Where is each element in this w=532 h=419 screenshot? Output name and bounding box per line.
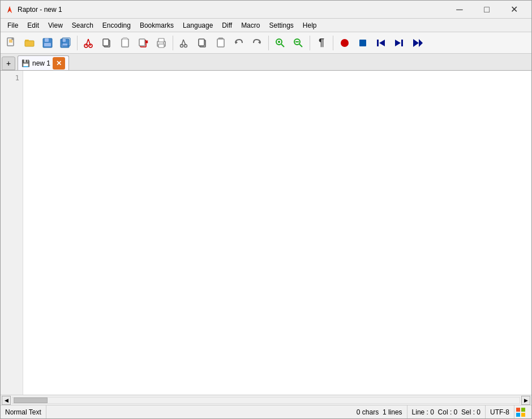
menu-diff[interactable]: Diff	[217, 20, 237, 31]
undo-button[interactable]	[230, 34, 247, 51]
line-number-1: 1	[1, 73, 19, 83]
menu-search[interactable]: Search	[67, 20, 98, 31]
maximize-button[interactable]: □	[474, 2, 500, 18]
window-title: Raptor - new 1	[18, 6, 447, 14]
svg-rect-60	[521, 413, 525, 417]
svg-rect-50	[359, 40, 366, 46]
status-encoding: UTF-8	[486, 405, 514, 418]
svg-rect-25	[139, 39, 145, 46]
svg-marker-56	[419, 39, 423, 47]
separator-1	[77, 36, 78, 50]
svg-marker-52	[379, 40, 385, 46]
macro-next-button[interactable]	[391, 34, 407, 51]
window-controls: ─ □ ✕	[447, 2, 527, 18]
svg-marker-54	[395, 40, 401, 46]
redo-button[interactable]	[248, 34, 265, 51]
minimize-button[interactable]: ─	[447, 2, 473, 18]
menu-bookmarks[interactable]: Bookmarks	[135, 20, 178, 31]
scissors-button[interactable]	[176, 34, 193, 51]
tab-icon: 💾	[22, 59, 30, 67]
add-tab-button[interactable]: +	[2, 57, 15, 70]
menu-settings[interactable]: Settings	[264, 20, 298, 31]
pilcrow-button[interactable]: ¶	[313, 34, 330, 51]
editor-area[interactable]	[23, 71, 531, 395]
svg-line-43	[281, 44, 284, 47]
record-button[interactable]	[336, 34, 353, 51]
svg-rect-9	[45, 38, 49, 42]
delete-button[interactable]	[135, 34, 152, 51]
scroll-left-arrow[interactable]: ◀	[2, 396, 11, 405]
svg-rect-23	[123, 38, 127, 40]
separator-3	[268, 36, 269, 50]
line-numbers: 1	[1, 71, 23, 395]
toolbar: ¶	[1, 32, 531, 54]
paste2-button[interactable]	[212, 34, 229, 51]
separator-5	[333, 36, 333, 50]
paste-button[interactable]	[117, 34, 134, 51]
scroll-thumb[interactable]	[14, 398, 48, 403]
editor-textarea[interactable]	[23, 71, 531, 395]
save-button[interactable]	[39, 34, 56, 51]
windows-icon	[514, 406, 527, 418]
copy2-button[interactable]	[194, 34, 211, 51]
svg-rect-30	[158, 44, 164, 47]
editor-scroll[interactable]	[23, 71, 531, 395]
app-icon	[5, 5, 14, 14]
svg-line-47	[299, 44, 302, 47]
horizontal-scrollbar[interactable]: ◀ ▶	[1, 395, 531, 405]
scroll-track[interactable]	[12, 397, 520, 404]
menu-bar: File Edit View Search Encoding Bookmarks…	[1, 19, 531, 32]
title-bar: Raptor - new 1 ─ □ ✕	[1, 1, 531, 19]
tab-close-button[interactable]: ✕	[53, 57, 65, 70]
svg-rect-12	[62, 39, 66, 42]
editor-container: 1	[1, 71, 531, 395]
status-position: Line : 0 Col : 0 Sel : 0	[407, 405, 486, 418]
close-button[interactable]: ✕	[501, 2, 527, 18]
tab-bar: + 💾 new 1 ✕	[1, 54, 531, 71]
status-chars-lines: 0 chars 1 lines	[352, 405, 407, 418]
svg-marker-40	[235, 41, 238, 44]
svg-rect-22	[122, 39, 128, 47]
scroll-right-arrow[interactable]: ▶	[521, 396, 530, 405]
macro-play-button[interactable]	[409, 34, 426, 51]
svg-rect-29	[158, 38, 164, 42]
svg-rect-7	[25, 41, 34, 46]
svg-marker-1	[10, 6, 12, 13]
svg-rect-51	[377, 40, 379, 46]
svg-rect-53	[401, 40, 403, 46]
svg-point-49	[341, 39, 349, 47]
svg-rect-59	[516, 413, 520, 417]
status-mode: Normal Text	[5, 405, 46, 418]
stop-button[interactable]	[354, 34, 371, 51]
macro-prev-button[interactable]	[372, 34, 389, 51]
menu-file[interactable]: File	[3, 20, 23, 31]
menu-macro[interactable]: Macro	[237, 20, 264, 31]
svg-point-31	[163, 42, 164, 44]
search-minus-button[interactable]	[290, 34, 307, 51]
search-plus-button[interactable]	[272, 34, 289, 51]
status-bar: Normal Text 0 chars 1 lines Line : 0 Col…	[1, 405, 531, 418]
tab-new1[interactable]: 💾 new 1 ✕	[18, 55, 69, 70]
separator-4	[310, 36, 310, 50]
svg-rect-57	[516, 408, 520, 412]
tab-label: new 1	[32, 59, 50, 67]
cut-button[interactable]	[80, 34, 97, 51]
menu-edit[interactable]: Edit	[23, 20, 44, 31]
print-button[interactable]	[153, 34, 170, 51]
save-all-button[interactable]	[57, 34, 74, 51]
menu-language[interactable]: Language	[178, 20, 217, 31]
svg-marker-41	[258, 41, 260, 44]
open-button[interactable]	[21, 34, 38, 51]
svg-rect-58	[521, 408, 525, 412]
svg-rect-10	[44, 43, 51, 46]
menu-view[interactable]: View	[44, 20, 67, 31]
new-button[interactable]	[3, 34, 20, 51]
separator-2	[173, 36, 173, 50]
svg-rect-39	[217, 39, 224, 47]
svg-rect-20	[103, 39, 109, 46]
menu-encoding[interactable]: Encoding	[98, 20, 135, 31]
svg-marker-55	[413, 39, 419, 47]
menu-help[interactable]: Help	[298, 20, 321, 31]
copy-button[interactable]	[98, 34, 115, 51]
svg-rect-37	[199, 39, 204, 46]
